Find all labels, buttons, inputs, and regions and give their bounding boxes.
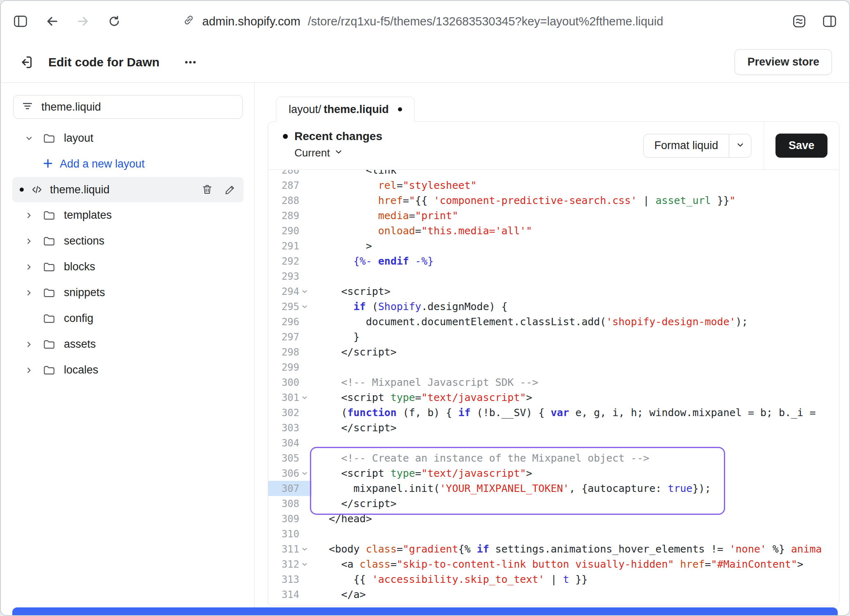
fold-chevron-icon[interactable]: [299, 466, 310, 481]
line-gutter: 301: [268, 390, 312, 405]
sidebar-item-assets[interactable]: assets: [1, 331, 254, 357]
line-number: 307: [282, 483, 299, 494]
sidebar-item-config[interactable]: config: [1, 306, 254, 331]
split-view-icon[interactable]: [822, 15, 837, 28]
delete-file-icon[interactable]: [201, 183, 213, 196]
line-gutter: 297: [268, 329, 312, 344]
code-text: }: [312, 329, 359, 344]
chevron-right-icon[interactable]: [25, 263, 43, 272]
chevron-right-icon[interactable]: [25, 366, 43, 375]
line-number: 308: [282, 498, 299, 510]
format-options-button[interactable]: [729, 134, 751, 157]
code-line-293[interactable]: 293: [268, 269, 839, 284]
code-line-286[interactable]: 286 <link: [268, 170, 839, 178]
file-filter-box[interactable]: [13, 95, 243, 119]
fold-chevron-placeholder: [299, 314, 310, 329]
code-line-300[interactable]: 300 <!-- Mixpanel Javascript SDK -->: [268, 375, 839, 390]
sidebar-item-templates[interactable]: templates: [1, 202, 254, 228]
add-new-layout-link[interactable]: Add a new layout: [1, 151, 254, 177]
code-line-289[interactable]: 289 media="print": [268, 208, 839, 223]
sidebar-item-sections[interactable]: sections: [1, 228, 254, 254]
code-line-290[interactable]: 290 onload="this.media='all'": [268, 223, 839, 238]
code-line-307[interactable]: 307 mixpanel.init('YOUR_MIXPANEL_TOKEN',…: [268, 481, 839, 496]
code-line-308[interactable]: 308 </script>: [268, 496, 839, 511]
chevron-right-icon[interactable]: [25, 288, 43, 297]
code-line-301[interactable]: 301 <script type="text/javascript">: [268, 390, 839, 405]
sidebar-item-snippets[interactable]: snippets: [1, 280, 254, 306]
line-gutter: 313: [268, 572, 312, 587]
code-line-310[interactable]: 310: [268, 526, 839, 541]
code-line-303[interactable]: 303 </script>: [268, 420, 839, 435]
chevron-down-icon[interactable]: [25, 134, 43, 143]
code-line-309[interactable]: 309 </head>: [268, 511, 839, 526]
fold-chevron-placeholder: [299, 193, 310, 208]
sidebar-toggle-icon[interactable]: [13, 15, 28, 28]
line-gutter: 303: [268, 420, 312, 435]
code-line-305[interactable]: 305 <!-- Create an instance of the Mixpa…: [268, 451, 839, 466]
line-gutter: 290: [268, 223, 312, 238]
line-number: 306: [282, 468, 299, 479]
code-line-291[interactable]: 291 >: [268, 238, 839, 254]
fold-chevron-icon[interactable]: [299, 299, 310, 314]
code-line-312[interactable]: 312 <a class="skip-to-content-link butto…: [268, 557, 839, 572]
sidebar-item-locales[interactable]: locales: [1, 357, 254, 383]
code-line-294[interactable]: 294 <script>: [268, 284, 839, 299]
code-line-295[interactable]: 295 if (Shopify.designMode) {: [268, 299, 839, 314]
preview-store-button[interactable]: Preview store: [735, 49, 832, 75]
code-line-299[interactable]: 299: [268, 360, 839, 375]
line-number: 293: [282, 271, 299, 282]
chevron-right-icon[interactable]: [25, 237, 43, 246]
rename-file-icon[interactable]: [224, 183, 236, 196]
chevron-right-icon[interactable]: [25, 340, 43, 349]
save-button[interactable]: Save: [775, 134, 827, 158]
format-liquid-button[interactable]: Format liquid: [644, 134, 729, 157]
more-menu-button[interactable]: [183, 55, 197, 69]
file-filter-input[interactable]: [41, 100, 234, 114]
code-line-313[interactable]: 313 {{ 'accessibility.skip_to_text' | t …: [268, 572, 839, 587]
url-bar[interactable]: admin.shopify.com/store/rzq1xu-f5/themes…: [183, 14, 663, 29]
code-editor[interactable]: 286 <link287 rel="stylesheet"288 href="{…: [268, 170, 839, 606]
code-text: </a>: [312, 587, 366, 602]
code-icon: [30, 183, 43, 196]
fold-chevron-placeholder: [299, 238, 310, 254]
back-icon[interactable]: [45, 14, 59, 28]
code-line-306[interactable]: 306 <script type="text/javascript">: [268, 466, 839, 481]
tab-theme-liquid[interactable]: layout/theme.liquid: [276, 97, 415, 122]
line-gutter: 305: [268, 451, 312, 466]
line-number: 309: [282, 513, 299, 525]
fold-chevron-icon[interactable]: [299, 284, 310, 299]
exit-editor-icon[interactable]: [18, 54, 34, 70]
sidebar-item-blocks[interactable]: blocks: [1, 254, 254, 280]
chevron-right-icon[interactable]: [25, 211, 43, 220]
line-gutter: 298: [268, 344, 312, 360]
code-line-296[interactable]: 296 document.documentElement.classList.a…: [268, 314, 839, 329]
editor-panel: Recent changes Current Format liquid: [268, 121, 839, 606]
code-text: document.documentElement.classList.add('…: [312, 314, 748, 329]
code-line-298[interactable]: 298 </script>: [268, 344, 839, 360]
line-number: 303: [282, 422, 299, 434]
file-tree: layoutAdd a new layouttheme.liquidtempla…: [1, 125, 254, 383]
sidebar-file-theme-liquid[interactable]: theme.liquid: [12, 177, 244, 202]
code-line-304[interactable]: 304: [268, 435, 839, 451]
code-line-302[interactable]: 302 (function (f, b) { if (!b.__SV) { va…: [268, 405, 839, 420]
code-line-287[interactable]: 287 rel="stylesheet": [268, 178, 839, 193]
extensions-icon[interactable]: [792, 14, 807, 29]
code-text: rel="stylesheet": [312, 178, 477, 193]
version-dropdown[interactable]: Current: [283, 147, 643, 159]
fold-chevron-icon[interactable]: [299, 557, 310, 572]
code-line-288[interactable]: 288 href="{{ 'component-predictive-searc…: [268, 193, 839, 208]
fold-chevron-icon[interactable]: [299, 390, 310, 405]
sidebar-item-layout[interactable]: layout: [1, 125, 254, 151]
reload-icon[interactable]: [107, 14, 121, 28]
code-text: <body class="gradient{% if settings.anim…: [312, 541, 822, 557]
recent-changes-label: Recent changes: [294, 130, 382, 143]
code-line-311[interactable]: 311 <body class="gradient{% if settings.…: [268, 541, 839, 557]
line-number: 312: [282, 559, 299, 570]
code-text: <script type="text/javascript">: [312, 390, 532, 405]
fold-chevron-icon[interactable]: [299, 541, 310, 557]
code-line-292[interactable]: 292 {%- endif -%}: [268, 254, 839, 269]
code-line-314[interactable]: 314 </a>: [268, 587, 839, 602]
code-text: {{ 'accessibility.skip_to_text' | t }}: [312, 572, 588, 587]
code-text: {%- endif -%}: [312, 254, 434, 269]
code-line-297[interactable]: 297 }: [268, 329, 839, 344]
